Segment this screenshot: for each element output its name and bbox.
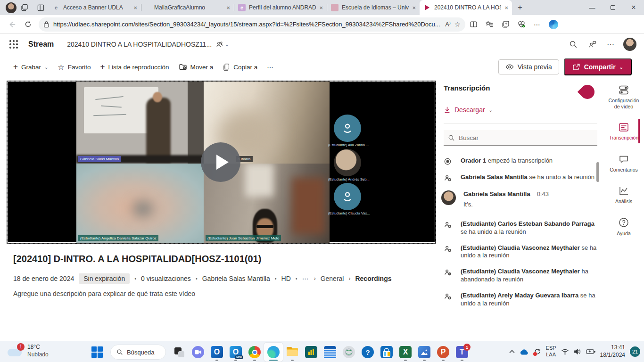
- outlook-button[interactable]: O: [207, 343, 226, 362]
- transcript-event[interactable]: (Estudiante) Claudia Vasconez Meythaler …: [444, 268, 597, 284]
- chat-app-button[interactable]: [189, 343, 207, 362]
- workspaces-icon[interactable]: [17, 1, 33, 14]
- record-button[interactable]: + Grabar ⌄: [8, 59, 53, 75]
- help-app-button[interactable]: ?: [358, 343, 377, 362]
- video-description-placeholder[interactable]: Agregue una descripción para explicar de…: [13, 290, 195, 297]
- edge-button[interactable]: [264, 343, 283, 362]
- weather-widget[interactable]: 1 18°C Nublado: [7, 344, 49, 358]
- app-launcher-icon[interactable]: [9, 40, 18, 49]
- commandbar-more-icon[interactable]: ⋯: [262, 60, 279, 74]
- search-icon[interactable]: [564, 36, 583, 53]
- start-button[interactable]: [88, 343, 107, 362]
- transcript-event[interactable]: Orador 1 empezó la transcripción: [444, 157, 597, 165]
- back-icon[interactable]: [4, 16, 20, 33]
- browser-essentials-icon[interactable]: [513, 16, 529, 33]
- rail-item-comments[interactable]: Comentarios: [603, 154, 644, 173]
- rail-item-help[interactable]: Ayuda: [603, 217, 644, 237]
- account-avatar[interactable]: [623, 38, 636, 51]
- close-window-button[interactable]: ×: [623, 0, 644, 15]
- video-player[interactable]: Gabriela Salas Mantilla (Estudiante) Ang…: [7, 81, 436, 244]
- rail-label: Configuración de vídeo: [605, 98, 642, 110]
- battery-icon[interactable]: [586, 349, 595, 354]
- tab-close-icon[interactable]: ×: [412, 4, 416, 11]
- teams-button[interactable]: T1: [453, 343, 471, 362]
- breadcrumb-general[interactable]: General: [321, 275, 344, 282]
- video-owner[interactable]: Gabriela Salas Mantilla: [202, 275, 270, 282]
- calendar-app-button[interactable]: [321, 343, 339, 362]
- video-date: 18 de enero de 2024: [13, 275, 74, 282]
- copilot-icon[interactable]: [545, 16, 561, 33]
- tab-close-icon[interactable]: ×: [319, 4, 323, 11]
- url-text[interactable]: https://udlaec.sharepoint.com/sites/Sect…: [53, 21, 441, 28]
- excel-button[interactable]: X: [396, 343, 415, 362]
- onedrive-icon[interactable]: [520, 349, 529, 355]
- expiration-chip[interactable]: Sin expiración: [79, 273, 130, 284]
- sync-record-icon[interactable]: [534, 348, 541, 355]
- contacts-icon[interactable]: [583, 36, 602, 53]
- split-screen-icon[interactable]: [465, 16, 481, 33]
- divider: [444, 123, 597, 123]
- wifi-icon[interactable]: [561, 349, 569, 355]
- transcript-event[interactable]: (Estudiante) Claudia Vasconez Meythaler …: [444, 244, 597, 260]
- transcript-event[interactable]: (Estudiante) Carlos Esteban Sabando Parr…: [444, 220, 597, 236]
- playlist-button[interactable]: + Lista de reproducción: [95, 59, 173, 75]
- tray-chevron-icon[interactable]: [509, 350, 515, 354]
- play-button[interactable]: [201, 142, 240, 182]
- address-bar[interactable]: https://udlaec.sharepoint.com/sites/Sect…: [39, 17, 465, 32]
- tab-perfil-alumno[interactable]: e Perfil del alumno ANDRAD ×: [234, 0, 327, 15]
- preview-button[interactable]: Vista previa: [498, 59, 559, 74]
- participant-name-label: Gabriela Salas Mantilla: [78, 156, 121, 162]
- store-button[interactable]: [377, 343, 396, 362]
- outlook-new-button[interactable]: ONEW: [226, 343, 245, 362]
- share-button[interactable]: Compartir ⌄: [564, 58, 632, 75]
- download-button[interactable]: Descargar ⌄: [444, 106, 597, 114]
- move-to-button[interactable]: Mover a: [174, 60, 218, 74]
- transcript-speech[interactable]: Gabriela Salas Mantilla0:43 It's.: [444, 190, 597, 209]
- tab-title: Perfil del alumno ANDRAD: [249, 4, 316, 11]
- file-explorer-button[interactable]: [283, 343, 302, 362]
- perfil-favicon: e: [238, 4, 246, 11]
- browser-profile-avatar[interactable]: [6, 2, 17, 13]
- clock[interactable]: 13:4118/1/2024: [600, 344, 625, 359]
- breadcrumb-recordings[interactable]: Recordings: [355, 275, 391, 282]
- transcript-event[interactable]: (Estudiante) Arely Maday Guevara Ibarra …: [444, 292, 597, 308]
- taskbar-search[interactable]: Búsqueda: [110, 345, 166, 360]
- transcript-search-input[interactable]: [459, 134, 577, 141]
- favorites-bar-icon[interactable]: [481, 16, 497, 33]
- collections-icon[interactable]: [497, 16, 513, 33]
- read-aloud-icon[interactable]: A): [445, 21, 450, 28]
- powerpoint-button[interactable]: P: [434, 343, 453, 362]
- anyconnect-button[interactable]: [339, 343, 358, 362]
- tab-stream-active[interactable]: 202410 DINTRO A LA HOS ×: [420, 0, 512, 15]
- tab-close-icon[interactable]: ×: [504, 4, 508, 11]
- copy-to-button[interactable]: Copiar a: [218, 60, 262, 74]
- tab-escuela-idiomas[interactable]: Escuela de Idiomas – Unive ×: [327, 0, 420, 15]
- rail-item-analytics[interactable]: Análisis: [603, 186, 644, 205]
- transcript-scrollbar[interactable]: [596, 162, 599, 182]
- breadcrumb-more-icon[interactable]: ⋯: [302, 275, 309, 282]
- powerbi-button[interactable]: [302, 343, 321, 362]
- transcript-search-box[interactable]: [444, 130, 597, 146]
- favorite-button[interactable]: ☆ Favorito: [53, 59, 95, 75]
- restore-button[interactable]: [603, 0, 623, 15]
- rail-item-video-settings[interactable]: Configuración de vídeo: [603, 85, 644, 110]
- shared-people-icon[interactable]: ⌄: [213, 36, 231, 53]
- transcript-event[interactable]: Gabriela Salas Mantilla se ha unido a la…: [444, 173, 597, 182]
- task-view-button[interactable]: [170, 343, 189, 362]
- notification-badge[interactable]: 21: [630, 346, 640, 357]
- photos-button[interactable]: [415, 343, 434, 362]
- language-indicator[interactable]: ESPLAA: [546, 345, 556, 358]
- favorite-star-icon[interactable]: ☆: [454, 20, 461, 29]
- tab-mallagrafica[interactable]: MallaGraficaAlumno ×: [141, 0, 234, 15]
- settings-more-icon[interactable]: ⋯: [529, 16, 545, 33]
- header-more-icon[interactable]: ⋯: [602, 36, 620, 53]
- tab-close-icon[interactable]: ×: [133, 4, 137, 11]
- minimize-button[interactable]: —: [582, 0, 603, 15]
- new-tab-button[interactable]: +: [512, 1, 528, 14]
- refresh-icon[interactable]: [20, 16, 36, 33]
- volume-icon[interactable]: [574, 348, 581, 355]
- tab-banner-udla[interactable]: e Acceso a Banner UDLA ×: [49, 0, 141, 15]
- vertical-tabs-icon[interactable]: [33, 1, 49, 14]
- chrome-button[interactable]: [245, 343, 264, 362]
- tab-close-icon[interactable]: ×: [226, 4, 230, 11]
